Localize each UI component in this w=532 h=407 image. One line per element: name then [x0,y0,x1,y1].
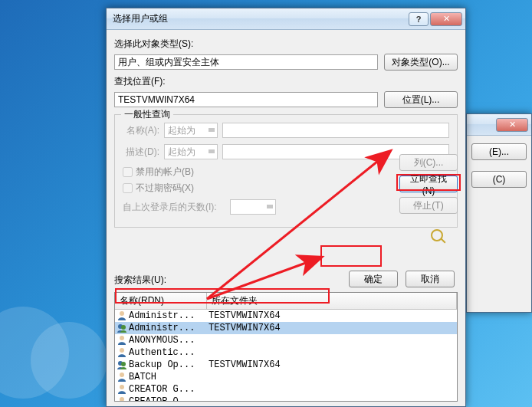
desc-mode-select[interactable] [164,144,218,159]
titlebar: ✕ [467,114,531,136]
table-row[interactable]: BATCH [115,371,457,383]
cell-folder: TESTVMWIN7X64 [209,359,455,370]
table-row[interactable]: CREATOR G... [115,383,457,396]
bg-decoration [31,322,107,399]
cell-name: Administr... [129,323,209,333]
table-row[interactable]: CREATOR O... [115,396,457,402]
cell-name: Backup Op... [129,359,209,370]
name-input[interactable] [222,123,449,138]
back-btn-1[interactable]: (E)... [471,143,527,160]
location-label: 查找位置(F): [114,75,458,88]
cell-name: CREATOR O... [129,396,209,402]
list-header[interactable]: 名称(RDN) 所在文件夹 [115,293,457,310]
table-row[interactable]: Administr...TESTVMWIN7X64 [115,322,457,334]
back-btn-2[interactable]: (C) [471,171,527,188]
svg-point-6 [121,362,126,366]
cell-name: BATCH [129,372,209,382]
user-icon [117,384,127,395]
ok-button[interactable]: 确定 [349,271,398,287]
user-icon [117,310,127,321]
col-name[interactable]: 名称(RDN) [115,293,207,309]
find-now-button[interactable]: 立即查找(N) [399,176,458,192]
object-type-label: 选择此对象类型(S): [114,38,458,51]
name-mode-select[interactable] [164,123,218,138]
svg-point-2 [121,325,126,330]
svg-point-8 [120,385,124,389]
last-login-select[interactable] [230,199,276,215]
col-folder[interactable]: 所在文件夹 [207,293,457,309]
cell-name: Authentic... [129,347,209,358]
object-types-button[interactable]: 对象类型(O)... [384,54,458,71]
cell-folder: TESTVMWIN7X64 [209,310,455,321]
cell-name: Administr... [129,310,209,321]
titlebar[interactable]: 选择用户或组 ? ✕ [107,8,465,30]
close-icon[interactable]: ✕ [496,118,528,132]
cell-name: ANONYMOUS... [129,335,209,346]
svg-point-0 [120,311,124,316]
svg-point-3 [120,336,124,340]
cell-name: CREATOR G... [129,384,209,395]
search-icon [418,226,456,245]
group-icon [117,359,127,370]
cancel-button[interactable]: 取消 [406,271,455,287]
group-icon [117,323,127,333]
table-row[interactable]: Backup Op...TESTVMWIN7X64 [115,359,457,371]
table-row[interactable]: Authentic... [115,346,457,359]
last-login-label: 自上次登录后的天数(I): [123,201,230,214]
table-row[interactable]: Administr...TESTVMWIN7X64 [115,310,457,322]
location-field [114,92,378,107]
cell-folder: TESTVMWIN7X64 [209,323,455,333]
user-icon [117,335,127,346]
stop-button[interactable]: 停止(T) [399,197,458,214]
results-list[interactable]: 名称(RDN) 所在文件夹 Administr...TESTVMWIN7X64A… [114,292,458,402]
help-icon[interactable]: ? [409,12,429,26]
locations-button[interactable]: 位置(L)... [384,91,458,108]
user-icon [117,396,127,402]
select-user-or-group-dialog: 选择用户或组 ? ✕ 选择此对象类型(S): 对象类型(O)... 查找位置(F… [106,8,466,407]
svg-point-7 [120,373,124,377]
close-icon[interactable]: ✕ [430,12,462,26]
user-icon [117,372,127,382]
group-legend: 一般性查询 [121,108,173,121]
desc-label: 描述(D): [123,146,164,159]
table-row[interactable]: ANONYMOUS... [115,334,457,346]
svg-point-4 [120,348,124,353]
svg-point-9 [120,397,124,402]
columns-button[interactable]: 列(C)... [399,154,458,171]
user-icon [117,347,127,358]
name-label: 名称(A): [123,124,164,137]
object-type-field [114,54,378,70]
checkbox-icon[interactable] [123,183,133,193]
background-window: ✕ (E)... (C) [466,113,532,313]
checkbox-icon[interactable] [123,167,133,177]
window-title: 选择用户或组 [113,12,407,25]
